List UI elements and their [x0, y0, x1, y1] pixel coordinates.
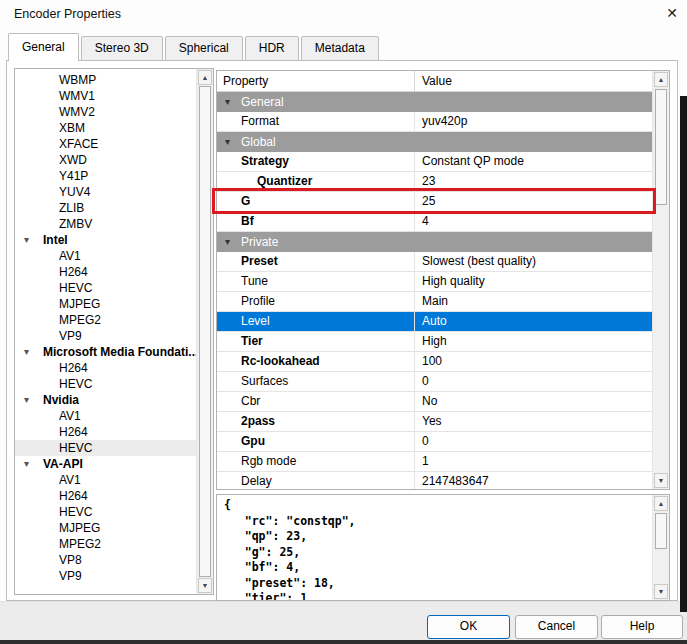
tree-item-hevc[interactable]: HEVC [15, 280, 196, 296]
scroll-up-icon[interactable]: ▲ [654, 72, 668, 87]
tab-hdr[interactable]: HDR [245, 36, 299, 61]
tree-item-label: MPEG2 [59, 313, 101, 327]
property-name: Delay [217, 472, 415, 490]
property-row-profile[interactable]: ProfileMain [217, 292, 652, 312]
scroll-up-icon[interactable]: ▲ [198, 70, 212, 85]
property-row-rgb-mode[interactable]: Rgb mode1 [217, 452, 652, 472]
scroll-up-icon[interactable]: ▲ [654, 496, 668, 511]
tree-item-xwd[interactable]: XWD [15, 152, 196, 168]
tree-item-yuv4[interactable]: YUV4 [15, 184, 196, 200]
table-scrollbar-thumb[interactable] [655, 89, 667, 205]
tree-item-h264[interactable]: H264 [15, 360, 196, 376]
tree-item-zlib[interactable]: ZLIB [15, 200, 196, 216]
property-name: Tier [217, 332, 415, 351]
property-name: G [217, 192, 415, 211]
property-row-quantizer[interactable]: Quantizer23 [217, 172, 652, 192]
property-name: Profile [217, 292, 415, 311]
json-scrollbar[interactable]: ▲ ▼ [652, 495, 669, 600]
tree-item-label: WBMP [59, 73, 96, 87]
table-scrollbar[interactable]: ▲ ▼ [652, 71, 669, 489]
ok-button[interactable]: OK [427, 615, 510, 639]
property-row-format[interactable]: Formatyuv420p [217, 112, 652, 132]
tree-item-y41p[interactable]: Y41P [15, 168, 196, 184]
tree-item-xbm[interactable]: XBM [15, 120, 196, 136]
tree-item-label: AV1 [59, 249, 81, 263]
tree-item-mjpeg[interactable]: MJPEG [15, 296, 196, 312]
tree-item-label: ZLIB [59, 201, 84, 215]
tree-item-vp8[interactable]: VP8 [15, 552, 196, 568]
property-name: Cbr [217, 392, 415, 411]
tree-item-h264[interactable]: H264 [15, 488, 196, 504]
tree-item-wmv1[interactable]: WMV1 [15, 88, 196, 104]
tree-item-label: HEVC [59, 281, 92, 295]
property-row-delay[interactable]: Delay2147483647 [217, 472, 652, 490]
tree-scrollbar[interactable]: ▲ ▼ [196, 69, 213, 594]
scroll-down-icon[interactable]: ▼ [654, 584, 668, 599]
tree-group-microsoft-media-foundati[interactable]: ▾Microsoft Media Foundati... [15, 344, 196, 360]
tree-scrollbar-thumb[interactable] [199, 86, 211, 577]
property-row-preset[interactable]: PresetSlowest (best quality) [217, 252, 652, 272]
tree-item-label: XFACE [59, 137, 98, 151]
tree-item-h264[interactable]: H264 [15, 264, 196, 280]
property-row-surfaces[interactable]: Surfaces0 [217, 372, 652, 392]
property-row-tier[interactable]: TierHigh [217, 332, 652, 352]
tab-spherical[interactable]: Spherical [165, 36, 243, 61]
tree-item-mpeg2[interactable]: MPEG2 [15, 536, 196, 552]
property-value: 100 [415, 352, 652, 371]
json-preview-box[interactable]: { "rc": "constqp", "qp": 23, "g": 25, "b… [216, 494, 670, 601]
property-group-general[interactable]: ▾General [217, 92, 652, 112]
tree-item-label: Microsoft Media Foundati... [43, 345, 196, 359]
property-row-strategy[interactable]: StrategyConstant QP mode [217, 152, 652, 172]
cancel-button[interactable]: Cancel [515, 615, 598, 639]
tree-item-av1[interactable]: AV1 [15, 408, 196, 424]
properties-table: Property Value ▾GeneralFormatyuv420p▾Glo… [216, 70, 670, 490]
close-icon[interactable]: ✕ [660, 2, 684, 24]
tree-item-hevc[interactable]: HEVC [15, 376, 196, 392]
tree-item-label: MPEG2 [59, 537, 101, 551]
tree-item-av1[interactable]: AV1 [15, 472, 196, 488]
tree-item-mpeg2[interactable]: MPEG2 [15, 312, 196, 328]
property-row-bf[interactable]: Bf4 [217, 212, 652, 232]
property-value: 4 [415, 212, 652, 231]
group-expanded-icon: ▾ [225, 92, 230, 112]
tree-item-hevc[interactable]: HEVC [15, 440, 196, 456]
property-row-gpu[interactable]: Gpu0 [217, 432, 652, 452]
tree-group-intel[interactable]: ▾Intel [15, 232, 196, 248]
help-button[interactable]: Help [601, 615, 683, 639]
tab-stereo-3d[interactable]: Stereo 3D [81, 36, 163, 61]
tree-group-nvidia[interactable]: ▾Nvidia [15, 392, 196, 408]
tree-item-wmv2[interactable]: WMV2 [15, 104, 196, 120]
tree-item-hevc[interactable]: HEVC [15, 504, 196, 520]
json-scrollbar-thumb[interactable] [655, 513, 667, 549]
tree-item-label: AV1 [59, 409, 81, 423]
table-rows: ▾GeneralFormatyuv420p▾GlobalStrategyCons… [217, 92, 652, 490]
tab-general[interactable]: General [8, 33, 79, 61]
tree-item-zmbv[interactable]: ZMBV [15, 216, 196, 232]
property-value: Main [415, 292, 652, 311]
tab-metadata[interactable]: Metadata [301, 36, 379, 61]
property-row-level[interactable]: LevelAuto [217, 312, 652, 332]
tree-item-mjpeg[interactable]: MJPEG [15, 520, 196, 536]
tree-group-va-api[interactable]: ▾VA-API [15, 456, 196, 472]
property-value: High quality [415, 272, 652, 291]
property-group-label: General [241, 95, 284, 109]
tree-item-h264[interactable]: H264 [15, 424, 196, 440]
tree-item-wbmp[interactable]: WBMP [15, 72, 196, 88]
scroll-down-icon[interactable]: ▼ [198, 578, 212, 593]
property-row-cbr[interactable]: CbrNo [217, 392, 652, 412]
property-group-global[interactable]: ▾Global [217, 132, 652, 152]
tree-item-xface[interactable]: XFACE [15, 136, 196, 152]
property-row-tune[interactable]: TuneHigh quality [217, 272, 652, 292]
dialog-button-bar: OK Cancel Help [0, 601, 687, 640]
property-value: Auto [415, 312, 652, 331]
tree-item-vp9[interactable]: VP9 [15, 328, 196, 344]
property-row-g[interactable]: G25 [217, 192, 652, 212]
property-row-2pass[interactable]: 2passYes [217, 412, 652, 432]
property-row-rc-lookahead[interactable]: Rc-lookahead100 [217, 352, 652, 372]
scroll-down-icon[interactable]: ▼ [654, 473, 668, 488]
tree-item-label: XBM [59, 121, 85, 135]
property-group-private[interactable]: ▾Private [217, 232, 652, 252]
tree-item-vp9[interactable]: VP9 [15, 568, 196, 584]
property-name: 2pass [217, 412, 415, 431]
tree-item-av1[interactable]: AV1 [15, 248, 196, 264]
